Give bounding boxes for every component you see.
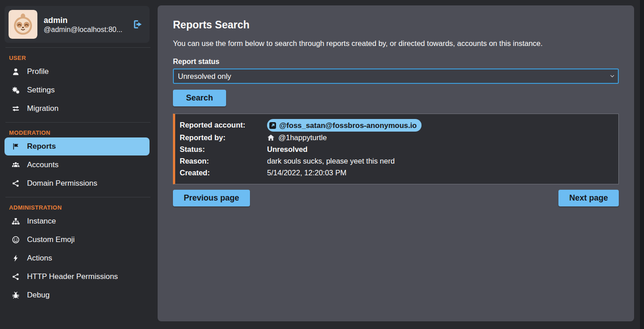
scrollbar[interactable] bbox=[640, 0, 644, 329]
page-description: You can use the form below to search thr… bbox=[173, 39, 619, 48]
home-icon bbox=[267, 134, 275, 142]
report-status-select[interactable]: Unresolved only bbox=[173, 69, 619, 84]
report-row-reason: Reason: dark souls sucks, please yeet th… bbox=[180, 155, 612, 167]
user-meta: admin @admin@localhost:80... bbox=[44, 15, 125, 34]
gears-icon bbox=[11, 86, 20, 94]
report-status-label: Report status bbox=[173, 58, 619, 66]
report-status-select-wrap: Unresolved only bbox=[173, 69, 619, 84]
share-nodes-icon bbox=[11, 179, 20, 187]
sidebar-item-custom-emoji[interactable]: Custom Emoji bbox=[5, 231, 150, 249]
next-page-button[interactable]: Next page bbox=[558, 190, 619, 206]
sidebar-item-label: Settings bbox=[27, 86, 54, 95]
sidebar-item-settings[interactable]: Settings bbox=[5, 81, 150, 99]
sidebar-item-accounts[interactable]: Accounts bbox=[5, 156, 150, 174]
report-row-reporter: Reported by: @1happyturtle bbox=[180, 132, 612, 143]
report-row-created: Created: 5/14/2022, 12:20:03 PM bbox=[180, 167, 612, 178]
avatar bbox=[9, 10, 37, 39]
sidebar-item-debug[interactable]: Debug bbox=[5, 286, 150, 304]
previous-page-button[interactable]: Previous page bbox=[173, 190, 250, 206]
sidebar-item-label: Accounts bbox=[27, 160, 59, 169]
smiley-icon bbox=[11, 236, 20, 244]
sidebar-item-label: Reports bbox=[27, 142, 56, 151]
user-handle: @admin@localhost:80... bbox=[44, 26, 125, 34]
report-row-account: Reported account: @foss_satan@fossbros-a… bbox=[180, 119, 612, 132]
exchange-icon bbox=[11, 105, 20, 113]
username: admin bbox=[44, 15, 125, 26]
bolt-icon bbox=[11, 254, 20, 262]
sidebar-item-domain-permissions[interactable]: Domain Permissions bbox=[5, 174, 150, 192]
report-created: 5/14/2022, 12:20:03 PM bbox=[267, 167, 346, 178]
reporter-handle: @1happyturtle bbox=[278, 132, 327, 143]
sidebar-item-label: Profile bbox=[27, 67, 49, 76]
user-icon bbox=[11, 68, 20, 76]
divider bbox=[5, 197, 150, 197]
section-label-moderation: MODERATION bbox=[9, 129, 147, 136]
bug-icon bbox=[11, 291, 20, 299]
report-reason: dark souls sucks, please yeet this nerd bbox=[267, 155, 395, 167]
sidebar-item-label: Domain Permissions bbox=[27, 179, 97, 188]
users-icon bbox=[11, 161, 20, 169]
external-link-icon bbox=[269, 122, 277, 129]
sidebar: admin @admin@localhost:80... USER Profil… bbox=[0, 0, 156, 329]
sidebar-item-label: Actions bbox=[27, 254, 52, 263]
sidebar-item-actions[interactable]: Actions bbox=[5, 249, 150, 267]
sidebar-item-label: Custom Emoji bbox=[27, 235, 75, 244]
sidebar-item-instance[interactable]: Instance bbox=[5, 212, 150, 230]
reported-account-link[interactable]: @foss_satan@fossbros-anonymous.io bbox=[267, 119, 422, 132]
section-label-administration: ADMINISTRATION bbox=[9, 204, 147, 211]
sidebar-item-label: Debug bbox=[27, 291, 50, 300]
divider bbox=[5, 47, 150, 48]
report-card: Reported account: @foss_satan@fossbros-a… bbox=[173, 114, 619, 184]
sidebar-item-profile[interactable]: Profile bbox=[5, 63, 150, 81]
search-button[interactable]: Search bbox=[173, 90, 226, 106]
report-row-status: Status: Unresolved bbox=[180, 143, 612, 155]
report-field-label: Reported by: bbox=[180, 132, 267, 143]
report-field-label: Created: bbox=[180, 167, 267, 178]
logout-button[interactable] bbox=[132, 18, 144, 31]
section-label-user: USER bbox=[9, 55, 147, 61]
sidebar-item-label: Migration bbox=[27, 104, 59, 113]
sidebar-item-http-header-permissions[interactable]: HTTP Header Permissions bbox=[5, 268, 150, 286]
reports-search-panel: Reports Search You can use the form belo… bbox=[158, 5, 634, 321]
sidebar-item-reports[interactable]: Reports bbox=[5, 137, 150, 155]
user-card[interactable]: admin @admin@localhost:80... bbox=[5, 6, 150, 43]
share-nodes-icon bbox=[11, 273, 20, 281]
main-wrap: Reports Search You can use the form belo… bbox=[156, 0, 644, 329]
sidebar-item-label: Instance bbox=[27, 217, 56, 226]
flag-icon bbox=[11, 142, 20, 151]
report-field-label: Reported account: bbox=[180, 119, 267, 132]
divider bbox=[5, 122, 150, 123]
sidebar-item-migration[interactable]: Migration bbox=[5, 100, 150, 118]
report-field-label: Reason: bbox=[180, 155, 267, 167]
sign-out-icon bbox=[132, 19, 143, 30]
sitemap-icon bbox=[11, 217, 20, 225]
status-badge: Unresolved bbox=[267, 143, 308, 155]
pagination: Previous page Next page bbox=[173, 190, 619, 206]
reported-account-handle: @foss_satan@fossbros-anonymous.io bbox=[279, 119, 417, 131]
report-field-label: Status: bbox=[180, 143, 267, 155]
page-title: Reports Search bbox=[173, 19, 619, 31]
sidebar-item-label: HTTP Header Permissions bbox=[27, 272, 118, 281]
